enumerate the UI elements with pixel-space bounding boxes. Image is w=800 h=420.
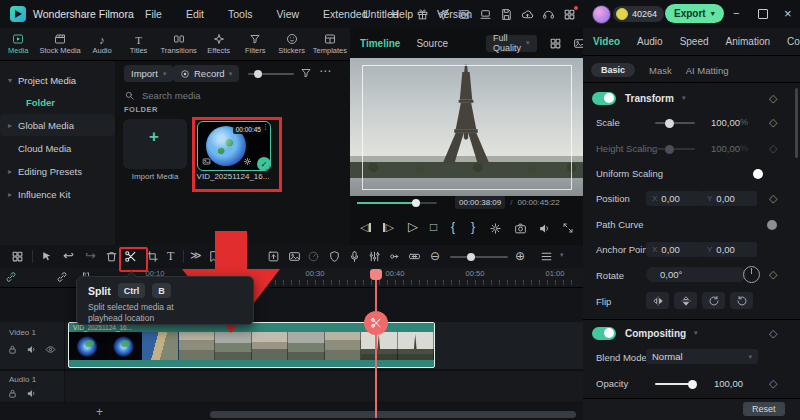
rotate-dial[interactable] <box>743 266 760 283</box>
playback-settings-icon[interactable] <box>489 222 502 235</box>
support-icon[interactable] <box>542 8 555 21</box>
position-y-field[interactable]: Y 0,00 <box>701 191 757 206</box>
caret-down-icon[interactable]: ▾ <box>682 94 686 102</box>
transform-bounding-box[interactable] <box>362 65 572 190</box>
timeline-zoom-slider[interactable] <box>450 256 508 258</box>
restore-button[interactable] <box>758 9 768 19</box>
tab-effects[interactable]: Effects <box>201 28 237 60</box>
flip-horizontal-button[interactable] <box>646 292 669 309</box>
tab-animation[interactable]: Animation <box>726 36 770 47</box>
zoom-out-icon[interactable]: ⊖ <box>430 249 440 263</box>
scale-knob[interactable] <box>665 119 674 128</box>
sidebar-item-project-media[interactable]: ▾ Project Media <box>0 69 115 91</box>
keyframe-diamond-icon[interactable]: ◇ <box>769 377 777 390</box>
redo-icon[interactable]: ↪ <box>85 248 96 263</box>
mask-icon[interactable] <box>328 250 341 263</box>
caret-down-icon[interactable]: ▾ <box>694 329 698 337</box>
avatar[interactable] <box>592 5 611 24</box>
scale-value[interactable]: 100,00 <box>711 117 740 128</box>
tab-audio[interactable]: Audio <box>637 36 663 47</box>
keyframe-diamond-icon[interactable]: ◇ <box>769 92 777 105</box>
voiceover-icon[interactable] <box>348 250 361 263</box>
keyframe-diamond-icon[interactable]: ◇ <box>769 116 777 129</box>
opacity-value[interactable]: 100,00 <box>714 378 743 389</box>
coin-badge[interactable]: 40264 <box>613 6 664 22</box>
sidebar-item-cloud-media[interactable]: Cloud Media <box>0 137 115 159</box>
tab-video[interactable]: Video <box>593 36 620 47</box>
transform-toggle[interactable] <box>592 92 616 105</box>
snapshot-icon[interactable] <box>514 222 527 235</box>
playhead-handle[interactable] <box>370 269 382 280</box>
anchor-y-field[interactable]: Y 0,00 <box>701 242 757 257</box>
stop-button[interactable]: □ <box>430 220 437 234</box>
undo-icon[interactable]: ↩ <box>63 248 74 263</box>
position-x-field[interactable]: X 0,00 <box>646 191 702 206</box>
slider-knob[interactable] <box>254 70 262 78</box>
text-tool-icon[interactable]: T <box>167 249 174 264</box>
export-button[interactable]: Export ▾ <box>665 4 724 23</box>
tab-media[interactable]: Media <box>0 28 36 60</box>
compositing-toggle[interactable] <box>592 327 616 340</box>
tab-timeline[interactable]: Timeline <box>360 38 400 49</box>
track-manager-icon[interactable] <box>11 250 24 263</box>
tab-filters[interactable]: Filters <box>237 28 273 60</box>
subtab-mask[interactable]: Mask <box>649 65 672 76</box>
track-height-icon[interactable] <box>540 250 553 263</box>
lock-track-icon[interactable] <box>7 344 18 355</box>
play-button[interactable]: ▷ <box>408 219 418 234</box>
playhead-line[interactable] <box>375 270 377 418</box>
quality-dropdown[interactable]: Full Quality ▾ <box>486 35 537 52</box>
sidebar-item-folder[interactable]: Folder <box>0 91 115 113</box>
menu-tools[interactable]: Tools <box>228 8 253 20</box>
mark-out-button[interactable]: } <box>471 220 475 234</box>
tab-titles[interactable]: T Titles <box>120 28 156 60</box>
media-server-icon[interactable] <box>458 8 471 21</box>
tab-color[interactable]: Color <box>787 36 800 47</box>
import-media-tile[interactable]: + <box>123 119 187 169</box>
zoom-knob[interactable] <box>467 253 475 261</box>
tab-templates[interactable]: Templates <box>310 28 350 60</box>
reset-button[interactable]: Reset <box>743 402 785 416</box>
menu-file[interactable]: File <box>145 8 162 20</box>
device-icon[interactable] <box>479 8 492 21</box>
flip-vertical-button[interactable] <box>674 292 697 309</box>
seek-knob[interactable] <box>412 199 420 207</box>
sidebar-item-influence-kit[interactable]: ▸ Influence Kit <box>0 183 115 205</box>
mute-track-icon[interactable] <box>26 388 37 399</box>
thumbnail-size-slider[interactable] <box>248 73 294 75</box>
keyframe-diamond-icon[interactable]: ◇ <box>769 192 777 205</box>
panel-scrollbar[interactable] <box>795 88 798 158</box>
previous-frame-button[interactable]: ◁ <box>360 221 371 234</box>
add-track-button[interactable]: + <box>96 405 103 419</box>
menu-extended[interactable]: Extended <box>323 8 367 20</box>
more-options-icon[interactable]: ⋯ <box>319 64 331 78</box>
speed-icon[interactable] <box>307 250 320 263</box>
audio-mixer-icon[interactable] <box>368 250 381 263</box>
playhead-split-badge[interactable] <box>364 311 388 335</box>
share-icon[interactable] <box>437 8 450 21</box>
next-frame-button[interactable]: ▷ <box>383 221 394 234</box>
timeline-scrollbar[interactable] <box>210 411 576 418</box>
rotate-ccw-button[interactable] <box>730 292 753 309</box>
tab-audio[interactable]: ♪ Audio <box>84 28 120 60</box>
filter-icon[interactable] <box>300 67 312 79</box>
snapshot-frame-icon[interactable] <box>288 250 301 263</box>
anchor-x-field[interactable]: X 0,00 <box>646 242 702 257</box>
cloud-upload-icon[interactable] <box>521 8 534 21</box>
tab-stickers[interactable]: Stickers <box>273 28 309 60</box>
rotate-field[interactable]: 0,00° <box>646 267 746 282</box>
layout-grid-icon[interactable] <box>549 37 562 50</box>
blend-mode-dropdown[interactable]: Normal ▾ <box>646 349 758 364</box>
minimize-button[interactable]: − <box>733 7 739 19</box>
scale-slider[interactable] <box>655 122 695 124</box>
seek-bar[interactable] <box>357 202 437 204</box>
opacity-slider[interactable] <box>655 383 695 385</box>
export-clip-icon[interactable] <box>267 250 280 263</box>
mark-in-button[interactable]: { <box>451 220 455 234</box>
sidebar-item-global-media[interactable]: ▸ Global Media <box>0 114 115 136</box>
gift-icon[interactable] <box>416 8 429 21</box>
rotate-cw-button[interactable] <box>702 292 725 309</box>
motion-track-icon[interactable] <box>388 250 401 263</box>
chain-icon[interactable] <box>56 271 68 283</box>
mute-track-icon[interactable] <box>26 344 37 355</box>
